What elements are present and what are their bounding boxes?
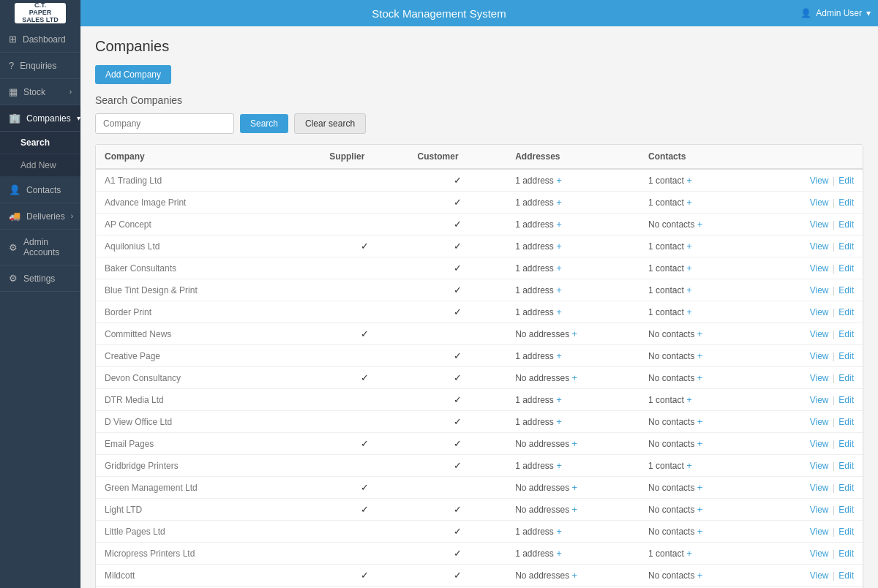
edit-link[interactable]: Edit (838, 570, 854, 581)
add-address-icon[interactable]: + (556, 219, 562, 230)
add-contact-icon[interactable]: + (697, 438, 703, 449)
edit-link[interactable]: Edit (838, 351, 854, 361)
sidebar-item-stock[interactable]: ▦ Stock › (0, 79, 80, 105)
edit-link[interactable]: Edit (838, 329, 854, 339)
add-contact-icon[interactable]: + (697, 328, 703, 339)
add-contact-icon[interactable]: + (697, 526, 703, 537)
view-link[interactable]: View (810, 219, 829, 230)
view-link[interactable]: View (810, 351, 829, 361)
add-address-icon[interactable]: + (556, 460, 562, 471)
address-text: 1 address (515, 219, 554, 230)
add-address-icon[interactable]: + (572, 328, 578, 339)
add-address-icon[interactable]: + (556, 197, 562, 208)
add-address-icon[interactable]: + (556, 241, 562, 252)
edit-link[interactable]: Edit (838, 307, 854, 317)
edit-link[interactable]: Edit (838, 461, 854, 471)
edit-link[interactable]: Edit (838, 505, 854, 515)
view-link[interactable]: View (810, 329, 829, 339)
add-contact-icon[interactable]: + (686, 460, 692, 471)
stock-chevron-icon: › (70, 88, 72, 96)
sidebar-item-admin[interactable]: ⚙ Admin Accounts (0, 230, 80, 265)
edit-link[interactable]: Edit (838, 417, 854, 427)
add-contact-icon[interactable]: + (686, 175, 692, 186)
cell-contacts: 1 contact + (639, 301, 759, 323)
add-contact-icon[interactable]: + (686, 263, 692, 274)
add-contact-icon[interactable]: + (697, 350, 703, 361)
edit-link[interactable]: Edit (838, 527, 854, 537)
edit-link[interactable]: Edit (838, 285, 854, 295)
view-link[interactable]: View (810, 417, 829, 427)
add-contact-icon[interactable]: + (697, 372, 703, 383)
view-link[interactable]: View (810, 527, 829, 537)
add-contact-icon[interactable]: + (686, 548, 692, 559)
add-contact-icon[interactable]: + (697, 570, 703, 581)
view-link[interactable]: View (810, 570, 829, 581)
view-link[interactable]: View (810, 176, 829, 186)
add-address-icon[interactable]: + (572, 482, 578, 493)
clear-search-button[interactable]: Clear search (294, 113, 366, 134)
sidebar-subitem-search[interactable]: Search (0, 132, 80, 154)
add-address-icon[interactable]: + (556, 175, 562, 186)
view-link[interactable]: View (810, 285, 829, 295)
add-address-icon[interactable]: + (556, 350, 562, 361)
search-button[interactable]: Search (240, 114, 288, 133)
sidebar-item-companies[interactable]: 🏢 Companies ▾ (0, 105, 80, 132)
add-contact-icon[interactable]: + (697, 219, 703, 230)
view-link[interactable]: View (810, 505, 829, 515)
view-link[interactable]: View (810, 395, 829, 405)
edit-link[interactable]: Edit (838, 263, 854, 274)
add-address-icon[interactable]: + (572, 570, 578, 581)
add-contact-icon[interactable]: + (686, 284, 692, 295)
view-link[interactable]: View (810, 549, 829, 559)
view-link[interactable]: View (810, 263, 829, 274)
add-address-icon[interactable]: + (556, 416, 562, 427)
cell-actions: View | Edit (759, 169, 863, 192)
edit-link[interactable]: Edit (838, 241, 854, 252)
edit-link[interactable]: Edit (838, 176, 854, 186)
edit-link[interactable]: Edit (838, 219, 854, 230)
add-contact-icon[interactable]: + (686, 197, 692, 208)
add-address-icon[interactable]: + (556, 526, 562, 537)
view-link[interactable]: View (810, 241, 829, 252)
view-link[interactable]: View (810, 461, 829, 471)
cell-company: AP Concept (96, 214, 320, 235)
add-address-icon[interactable]: + (556, 548, 562, 559)
add-contact-icon[interactable]: + (697, 504, 703, 515)
cell-company: Aquilonius Ltd (96, 235, 320, 257)
edit-link[interactable]: Edit (838, 197, 854, 208)
search-input[interactable] (95, 113, 234, 134)
add-address-icon[interactable]: + (572, 438, 578, 449)
view-link[interactable]: View (810, 307, 829, 317)
add-contact-icon[interactable]: + (686, 394, 692, 405)
sidebar-item-dashboard[interactable]: ⊞ Dashboard (0, 26, 80, 53)
edit-link[interactable]: Edit (838, 439, 854, 449)
add-address-icon[interactable]: + (556, 263, 562, 274)
view-link[interactable]: View (810, 373, 829, 383)
sidebar-item-contacts[interactable]: 👤 Contacts (0, 177, 80, 203)
sidebar-subitem-add-new[interactable]: Add New (0, 154, 80, 177)
add-contact-icon[interactable]: + (686, 306, 692, 317)
sidebar-item-settings[interactable]: ⚙ Settings (0, 265, 80, 292)
view-link[interactable]: View (810, 439, 829, 449)
edit-link[interactable]: Edit (838, 483, 854, 493)
view-link[interactable]: View (810, 483, 829, 493)
search-bar: Search Clear search (95, 113, 863, 134)
add-address-icon[interactable]: + (556, 284, 562, 295)
edit-link[interactable]: Edit (838, 549, 854, 559)
user-menu[interactable]: 👤 Admin User ▾ (800, 8, 871, 18)
sidebar-item-deliveries[interactable]: 🚚 Deliveries › (0, 203, 80, 230)
add-company-button[interactable]: Add Company (95, 65, 171, 84)
add-contact-icon[interactable]: + (686, 241, 692, 252)
add-address-icon[interactable]: + (572, 372, 578, 383)
add-contact-icon[interactable]: + (697, 416, 703, 427)
view-link[interactable]: View (810, 197, 829, 208)
add-address-icon[interactable]: + (572, 504, 578, 515)
add-address-icon[interactable]: + (556, 306, 562, 317)
edit-link[interactable]: Edit (838, 373, 854, 383)
edit-link[interactable]: Edit (838, 395, 854, 405)
cell-customer: ✓ (409, 214, 507, 235)
sidebar-item-enquiries[interactable]: ? Enquiries (0, 53, 80, 79)
pipe-separator: | (833, 263, 835, 274)
add-contact-icon[interactable]: + (697, 482, 703, 493)
add-address-icon[interactable]: + (556, 394, 562, 405)
